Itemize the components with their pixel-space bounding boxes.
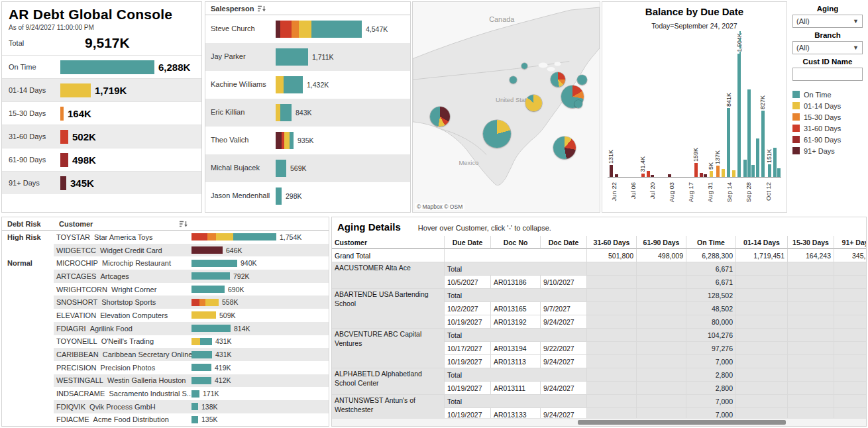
bar-segment[interactable] [276, 160, 286, 177]
detail-value-cell[interactable] [788, 276, 834, 289]
group-total-label[interactable]: Total [445, 262, 587, 276]
customer-cell[interactable]: AACUSTOMER Alta Ace [332, 262, 445, 289]
grand-total-value[interactable]: 498,009 [637, 249, 686, 262]
debtor-row[interactable]: FDIAGRI Agrilink Food814K [2, 322, 329, 335]
debtor-row[interactable]: SNOSHORT Shortstop Sports558K [2, 295, 329, 309]
map-attribution[interactable]: © Mapbox © OSM [415, 203, 464, 210]
detail-value-cell[interactable] [736, 315, 788, 329]
detail-value-cell[interactable] [637, 315, 686, 329]
bar-segment[interactable] [205, 299, 219, 306]
detail-value-cell[interactable] [637, 355, 686, 368]
bar-segment[interactable] [299, 21, 311, 38]
group-total-value[interactable] [587, 289, 637, 302]
bar-segment[interactable] [276, 104, 280, 121]
customer-cell[interactable]: ANTUNSWEST Antun's of Westchester [332, 395, 445, 421]
balance-bar[interactable] [668, 174, 671, 177]
detail-value-cell[interactable] [736, 382, 788, 395]
grand-total-value[interactable]: 501,800 [587, 249, 637, 262]
group-total-value[interactable] [736, 368, 788, 382]
group-total-value[interactable] [788, 329, 834, 342]
detail-value-cell[interactable]: 48,502 [686, 302, 736, 315]
group-total-value[interactable]: 7,000 [686, 395, 736, 408]
bar-segment[interactable] [191, 260, 237, 267]
due-date-cell[interactable]: 10/2/2027 [445, 302, 491, 315]
debtor-bar[interactable] [191, 325, 231, 332]
column-header[interactable]: Doc No [491, 236, 541, 249]
salesperson-bar[interactable] [276, 104, 292, 121]
group-total-value[interactable] [834, 262, 867, 276]
due-date-cell[interactable]: 10/19/2027 [445, 382, 491, 395]
group-total-value[interactable]: 128,502 [686, 289, 736, 302]
kpi-row-15-30-days[interactable]: 15-30 Days164K [2, 101, 201, 125]
bar-segment[interactable] [191, 246, 223, 254]
customer-cell[interactable]: ABARTENDE USA Bartending School [332, 289, 445, 329]
doc-date-cell[interactable]: 9/10/2027 [541, 276, 587, 289]
debtor-bar[interactable] [191, 377, 211, 384]
map-pie[interactable] [574, 100, 582, 108]
debtor-bar[interactable] [191, 233, 276, 241]
group-total-label[interactable]: Total [445, 368, 587, 382]
detail-value-cell[interactable] [637, 342, 686, 355]
detail-value-cell[interactable]: 2,800 [686, 382, 736, 395]
column-header[interactable]: 91+ Days [834, 236, 867, 249]
group-total-label[interactable]: Total [445, 289, 587, 302]
detail-value-cell[interactable] [587, 315, 637, 329]
bar-segment[interactable] [200, 338, 212, 345]
detail-value-cell[interactable] [587, 382, 637, 395]
detail-value-cell[interactable] [637, 382, 686, 395]
kpi-row-91-days[interactable]: 91+ Days345K [2, 171, 201, 194]
bucket-bar[interactable] [60, 153, 68, 167]
kpi-row-61-90-days[interactable]: 61-90 Days498K [2, 148, 201, 171]
scrollbar-thumb[interactable] [578, 420, 786, 425]
balance-bar[interactable] [710, 171, 713, 177]
detail-value-cell[interactable] [834, 355, 867, 368]
debtor-row[interactable]: CARIBBEAN Caribbean Secretary Online431K [2, 348, 329, 361]
map-pie[interactable] [525, 95, 542, 111]
debtor-bar[interactable] [191, 272, 230, 280]
balance-bar[interactable] [747, 89, 751, 177]
map-pie[interactable] [483, 120, 511, 148]
customer-cell[interactable]: ALPHABETLD Alphabetland School Center [332, 368, 445, 395]
balance-bar[interactable] [647, 171, 650, 177]
bar-segment[interactable] [191, 351, 212, 358]
doc-date-cell[interactable]: 9/22/2027 [541, 342, 587, 355]
debtor-bar[interactable] [191, 416, 198, 423]
balance-bar[interactable] [768, 164, 771, 177]
bar-segment[interactable] [276, 76, 284, 93]
debtor-bar[interactable] [191, 311, 216, 319]
bar-segment[interactable] [191, 364, 211, 371]
bar-segment[interactable] [292, 21, 299, 38]
bar-segment[interactable] [191, 416, 198, 423]
doc-date-cell[interactable]: 9/24/2027 [541, 382, 587, 395]
column-header[interactable]: On Time [686, 236, 736, 249]
group-total-label[interactable]: Total [445, 395, 587, 408]
doc-no-cell[interactable]: AR013194 [491, 342, 541, 355]
detail-value-cell[interactable]: 7,000 [686, 355, 736, 368]
bar-segment[interactable] [311, 21, 362, 38]
detail-value-cell[interactable] [834, 315, 867, 329]
balance-bar[interactable] [716, 166, 720, 177]
bar-segment[interactable] [191, 311, 216, 319]
bucket-bar[interactable] [60, 107, 64, 121]
detail-value-cell[interactable] [788, 382, 834, 395]
debtor-row[interactable]: FDIQVIK Qvik Process GmbH138K [2, 400, 329, 413]
group-total-label[interactable]: Total [445, 329, 587, 342]
balance-bar[interactable] [641, 174, 645, 177]
grand-total-value[interactable]: 345,197 [834, 249, 867, 262]
debtor-bar[interactable] [191, 390, 199, 398]
debtor-row[interactable]: High RiskTOYSTAR Star America Toys1,754K [2, 231, 329, 244]
column-header[interactable]: Due Date [445, 236, 491, 249]
bar-segment[interactable] [276, 132, 282, 149]
bar-segment[interactable] [191, 286, 225, 293]
bar-segment[interactable] [276, 187, 282, 205]
debtor-row[interactable]: WESTINGALL Westin Galleria Houston412K [2, 374, 329, 388]
balance-bar[interactable] [727, 108, 730, 177]
map-pie[interactable] [577, 75, 587, 85]
detail-value-cell[interactable]: 80,000 [686, 315, 736, 329]
detail-value-cell[interactable] [587, 302, 637, 315]
debtor-row[interactable]: WRIGHTCORN Wright Corner690K [2, 283, 329, 296]
grand-total-value[interactable]: 6,288,300 [686, 249, 736, 262]
due-date-cell[interactable]: 10/19/2027 [445, 355, 491, 368]
legend-item-on-time[interactable]: On Time [792, 89, 863, 100]
debtor-row[interactable]: INDSACRAME Sacramento Industrial S..171K [2, 387, 329, 400]
